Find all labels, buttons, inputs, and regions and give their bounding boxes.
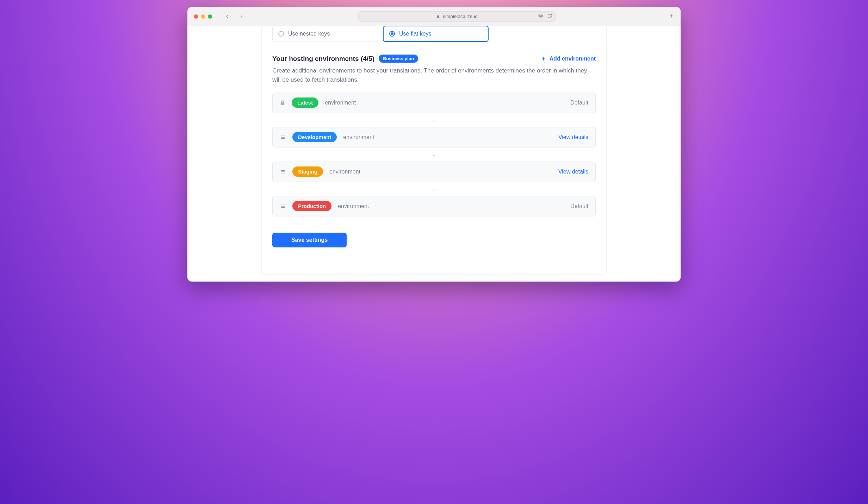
environment-label: environment (325, 100, 356, 106)
address-bar[interactable]: simplelocalize.io (358, 11, 556, 22)
environment-name-pill: Latest (292, 97, 318, 108)
environment-label: environment (338, 203, 369, 209)
plan-badge: Business plan (379, 55, 418, 63)
view-details-link[interactable]: View details (558, 134, 588, 140)
key-format-options: Use nested keys Use flat keys (272, 26, 596, 42)
section-description: Create additional environments to host y… (272, 66, 596, 85)
environment-row: Latest environment Default (272, 93, 596, 113)
flow-arrow-icon (272, 113, 596, 127)
option-label: Use nested keys (288, 31, 330, 37)
environment-row[interactable]: Production environment Default (272, 196, 596, 216)
maximize-window-button[interactable] (208, 14, 212, 19)
back-button[interactable] (223, 13, 231, 20)
add-environment-label: Add environment (549, 56, 596, 62)
environment-label: environment (329, 169, 360, 175)
lock-icon (436, 14, 440, 18)
address-actions (538, 13, 552, 20)
forward-button[interactable] (237, 13, 245, 20)
close-window-button[interactable] (194, 14, 198, 19)
environment-status: Default (570, 100, 588, 106)
environment-status: Default (570, 203, 588, 209)
flow-arrow-icon (272, 182, 596, 196)
environment-row[interactable]: Staging environment View details (272, 162, 596, 182)
drag-handle-icon[interactable] (280, 203, 286, 209)
environment-name-pill: Production (292, 201, 331, 211)
translate-icon[interactable] (538, 13, 544, 20)
minimize-window-button[interactable] (201, 14, 205, 19)
save-settings-button[interactable]: Save settings (272, 233, 347, 247)
window-controls (194, 14, 212, 19)
new-tab-button[interactable] (669, 13, 674, 20)
option-flat-keys[interactable]: Use flat keys (383, 26, 489, 42)
page-content: Use nested keys Use flat keys Your hosti… (187, 26, 681, 282)
environment-label: environment (343, 134, 374, 140)
add-environment-button[interactable]: Add environment (541, 56, 596, 62)
environments-header: Your hosting environments (4/5) Business… (272, 55, 596, 63)
option-nested-keys[interactable]: Use nested keys (272, 26, 378, 42)
environment-name-pill: Development (292, 132, 337, 142)
radio-icon (278, 31, 284, 37)
reload-icon[interactable] (547, 13, 552, 20)
option-label: Use flat keys (399, 31, 432, 37)
settings-panel: Use nested keys Use flat keys Your hosti… (261, 26, 607, 275)
browser-window: simplelocalize.io Use nested keys (187, 7, 681, 282)
environment-row[interactable]: Development environment View details (272, 127, 596, 147)
drag-handle-icon[interactable] (280, 169, 286, 175)
environment-list: Latest environment Default Development e… (272, 93, 596, 216)
lock-icon (280, 100, 285, 106)
view-details-link[interactable]: View details (558, 169, 588, 175)
drag-handle-icon[interactable] (280, 134, 286, 140)
titlebar: simplelocalize.io (187, 7, 681, 26)
nav-controls (223, 13, 245, 20)
environment-name-pill: Staging (292, 166, 323, 177)
flow-arrow-icon (272, 147, 596, 162)
address-url: simplelocalize.io (443, 14, 477, 19)
radio-icon (389, 31, 395, 37)
section-title: Your hosting environments (4/5) (272, 55, 374, 63)
